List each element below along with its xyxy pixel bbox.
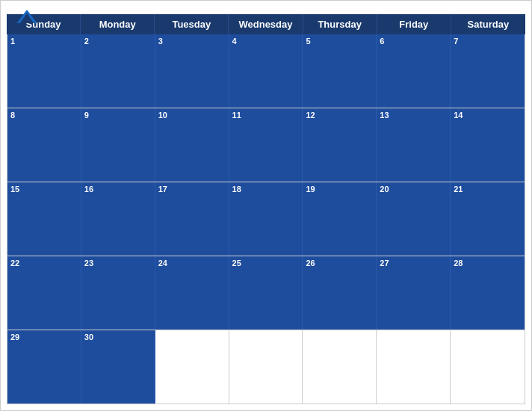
day-number: 17 xyxy=(158,185,167,194)
calendar-weeks: 1234567891011121314151617181920212223242… xyxy=(7,34,525,404)
day-number: 21 xyxy=(454,185,463,194)
day-number: 16 xyxy=(84,185,93,194)
day-number: 18 xyxy=(232,185,241,194)
day-number: 2 xyxy=(84,37,89,46)
day-cell-0-5: 6 xyxy=(377,34,451,108)
day-number: 8 xyxy=(10,111,15,120)
week-row-1: 1234567 xyxy=(7,34,525,108)
calendar-header xyxy=(1,1,531,14)
day-number: 24 xyxy=(158,259,167,268)
day-number: 27 xyxy=(380,259,389,268)
day-number: 28 xyxy=(454,259,463,268)
day-number: 14 xyxy=(454,111,463,120)
day-number: 29 xyxy=(10,333,19,342)
day-number: 9 xyxy=(84,111,89,120)
day-number: 23 xyxy=(84,259,93,268)
day-cell-1-4: 12 xyxy=(303,108,377,182)
day-number: 20 xyxy=(380,185,389,194)
header-saturday: Saturday xyxy=(451,14,525,34)
day-number: 22 xyxy=(10,259,19,268)
day-cell-2-1: 16 xyxy=(81,182,155,256)
logo-area xyxy=(16,8,38,25)
day-number: 11 xyxy=(232,111,241,120)
day-cell-2-5: 20 xyxy=(377,182,451,256)
calendar-container: Sunday Monday Tuesday Wednesday Thursday… xyxy=(0,0,532,411)
day-cell-3-1: 23 xyxy=(81,256,155,330)
day-cell-2-0: 15 xyxy=(7,182,81,256)
day-number: 4 xyxy=(232,37,237,46)
day-cell-4-3 xyxy=(229,330,303,404)
day-cell-4-5 xyxy=(377,330,451,404)
day-cell-4-1: 30 xyxy=(81,330,155,404)
day-cell-0-6: 7 xyxy=(451,34,525,108)
week-row-4: 22232425262728 xyxy=(7,256,525,330)
day-number: 7 xyxy=(454,37,458,46)
week-row-2: 891011121314 xyxy=(7,108,525,182)
week-row-3: 15161718192021 xyxy=(7,182,525,256)
day-cell-0-4: 5 xyxy=(303,34,377,108)
day-cell-2-6: 21 xyxy=(451,182,525,256)
day-cell-0-0: 1 xyxy=(7,34,81,108)
day-cell-1-6: 14 xyxy=(451,108,525,182)
day-cell-2-3: 18 xyxy=(229,182,303,256)
calendar-grid: Sunday Monday Tuesday Wednesday Thursday… xyxy=(1,14,531,410)
day-number: 30 xyxy=(84,333,93,342)
day-number: 5 xyxy=(306,37,310,46)
header-wednesday: Wednesday xyxy=(229,14,303,34)
day-cell-1-2: 10 xyxy=(155,108,229,182)
logo-icon xyxy=(16,8,38,25)
day-cell-3-3: 25 xyxy=(229,256,303,330)
day-number: 10 xyxy=(158,111,167,120)
header-friday: Friday xyxy=(377,14,451,34)
day-cell-0-2: 3 xyxy=(155,34,229,108)
day-number: 19 xyxy=(306,185,315,194)
day-cell-0-1: 2 xyxy=(81,34,155,108)
day-cell-1-0: 8 xyxy=(7,108,81,182)
day-cell-4-6 xyxy=(451,330,525,404)
week-row-5: 2930 xyxy=(7,330,525,404)
day-cell-1-3: 11 xyxy=(229,108,303,182)
day-number: 13 xyxy=(380,111,389,120)
day-number: 25 xyxy=(232,259,241,268)
day-number: 12 xyxy=(306,111,315,120)
day-number: 3 xyxy=(158,37,163,46)
header-monday: Monday xyxy=(81,14,155,34)
day-number: 26 xyxy=(306,259,315,268)
day-number: 15 xyxy=(10,185,19,194)
day-cell-3-2: 24 xyxy=(155,256,229,330)
day-number: 1 xyxy=(10,37,15,46)
day-cell-2-4: 19 xyxy=(303,182,377,256)
day-cell-0-3: 4 xyxy=(229,34,303,108)
day-headers-row: Sunday Monday Tuesday Wednesday Thursday… xyxy=(7,14,525,34)
day-cell-3-6: 28 xyxy=(451,256,525,330)
header-tuesday: Tuesday xyxy=(155,14,229,34)
day-number: 6 xyxy=(380,37,384,46)
day-cell-4-4 xyxy=(303,330,377,404)
day-cell-3-0: 22 xyxy=(7,256,81,330)
header-thursday: Thursday xyxy=(303,14,377,34)
day-cell-4-0: 29 xyxy=(7,330,81,404)
day-cell-4-2 xyxy=(155,330,229,404)
day-cell-1-1: 9 xyxy=(81,108,155,182)
day-cell-3-5: 27 xyxy=(377,256,451,330)
day-cell-1-5: 13 xyxy=(377,108,451,182)
day-cell-2-2: 17 xyxy=(155,182,229,256)
day-cell-3-4: 26 xyxy=(303,256,377,330)
